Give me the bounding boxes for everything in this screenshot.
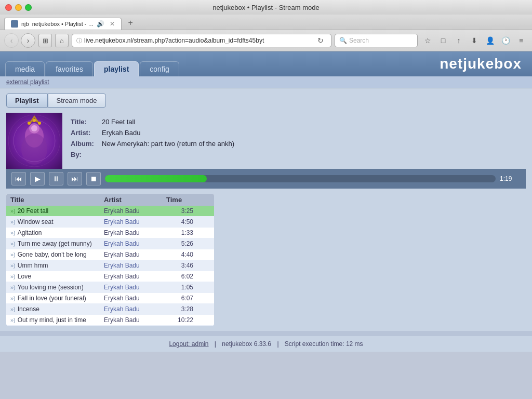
list-item[interactable]: ») Turn me away (get munny) Erykah Badu … [6, 238, 214, 249]
track-sound-icon: ») [10, 273, 16, 280]
list-item[interactable]: ») Agitation Erykah Badu 1:33 [6, 228, 214, 238]
track-time-cell: 10:22 [166, 316, 197, 324]
track-time-cell: 5:26 [166, 240, 197, 247]
playlist-mode-button[interactable]: Playlist [6, 94, 48, 108]
tab-close-icon[interactable]: ✕ [110, 20, 115, 28]
reload-button[interactable]: ↻ [314, 34, 327, 47]
progress-bar[interactable] [105, 175, 496, 182]
svg-point-3 [21, 134, 47, 165]
footer: Logout: admin | netjukebox 6.33.6 | Scri… [0, 336, 532, 352]
album-row: Album: New Amerykah: part two (return of… [71, 140, 517, 148]
logout-link[interactable]: Logout: admin [169, 340, 208, 348]
track-title-cell: ») Turn me away (get munny) [10, 240, 104, 247]
track-title-text: Out my mind, just in time [18, 316, 86, 324]
menu-icon[interactable]: ≡ [514, 34, 528, 47]
track-time-cell: 6:02 [166, 273, 197, 280]
track-artist-cell: Erykah Badu [104, 240, 166, 247]
home-button[interactable]: ⌂ [55, 34, 69, 47]
album-art [6, 113, 62, 169]
title-value: 20 Feet tall [102, 118, 135, 126]
play-button[interactable]: ▶ [30, 172, 45, 185]
app-container: media favorites playlist config netjukeb… [0, 51, 532, 352]
track-title-cell: ») Fall in love (your funeral) [10, 295, 104, 302]
tab-favorites[interactable]: favorites [46, 61, 93, 76]
track-sound-icon: ») [10, 295, 16, 301]
tab-favicon [11, 20, 18, 28]
app-header: media favorites playlist config netjukeb… [0, 51, 532, 76]
main-content: Playlist Stream mode [0, 88, 532, 331]
list-item[interactable]: ») You loving me (session) Erykah Badu 1… [6, 282, 214, 293]
column-time: Time [166, 196, 197, 204]
track-time-cell: 4:50 [166, 218, 197, 225]
bookmark-icon[interactable]: ☆ [421, 34, 434, 47]
track-title-cell: ») Gone baby, don't be long [10, 251, 104, 258]
browser-toolbar: ☆ □ ↑ ⬇ 👤 🕐 ≡ [421, 34, 528, 47]
close-button[interactable] [5, 4, 12, 11]
track-artist-cell: Erykah Badu [104, 295, 166, 302]
track-title-text: 20 Feet tall [18, 207, 48, 215]
download-icon[interactable]: ⬇ [468, 34, 481, 47]
track-time-cell: 3:25 [166, 207, 197, 215]
search-bar[interactable]: 🔍 Search [335, 34, 418, 47]
maximize-button[interactable] [25, 4, 32, 11]
pause-button[interactable]: ⏸ [49, 172, 63, 185]
tabs-area: media favorites playlist config [0, 51, 429, 76]
track-title-cell: ») Incense [10, 305, 104, 313]
title-label: Title: [71, 118, 102, 126]
window-controls [5, 4, 32, 11]
stream-mode-button[interactable]: Stream mode [48, 94, 106, 108]
track-artist-cell: Erykah Badu [104, 305, 166, 313]
minimize-button[interactable] [15, 4, 22, 11]
tab-media[interactable]: media [5, 61, 45, 76]
forward-button[interactable]: › [21, 33, 35, 48]
list-item[interactable]: ») Window seat Erykah Badu 4:50 [6, 217, 214, 228]
tab-playlist[interactable]: playlist [94, 61, 139, 76]
history-button[interactable]: ⊞ [38, 34, 52, 47]
artist-row: Artist: Erykah Badu [71, 129, 517, 137]
list-item[interactable]: ») Gone baby, don't be long Erykah Badu … [6, 249, 214, 260]
window-title: netjukebox • Playlist - Stream mode [212, 4, 319, 11]
history-icon[interactable]: 🕐 [499, 34, 512, 47]
list-item[interactable]: ») Fall in love (your funeral) Erykah Ba… [6, 293, 214, 304]
track-title-cell: ») 20 Feet tall [10, 207, 104, 215]
address-bar[interactable]: ⓘ live.netjukebox.nl/stream.php?action=a… [72, 34, 331, 47]
track-title-text: Incense [18, 305, 39, 313]
share-icon[interactable]: ↑ [452, 34, 466, 47]
reading-list-icon[interactable]: □ [436, 34, 450, 47]
url-text: live.netjukebox.nl/stream.php?action=aud… [84, 37, 312, 44]
stop-button[interactable]: ⏹ [86, 172, 101, 185]
track-title-text: Gone baby, don't be long [18, 251, 87, 258]
execution-text: Script execution time: 12 ms [285, 340, 363, 348]
profile-icon[interactable]: 👤 [483, 34, 497, 47]
track-title-cell: ») Out my mind, just in time [10, 316, 104, 324]
album-label: Album: [71, 140, 102, 148]
info-details: Title: 20 Feet tall Artist: Erykah Badu … [62, 113, 526, 169]
time-display: 1:19 [500, 175, 521, 182]
artist-value: Erykah Badu [102, 129, 140, 137]
list-item[interactable]: ») Incense Erykah Badu 3:28 [6, 304, 214, 315]
track-title-text: You loving me (session) [18, 284, 84, 291]
back-button[interactable]: ‹ [4, 33, 19, 48]
list-item[interactable]: ») Umm hmm Erykah Badu 3:46 [6, 260, 214, 271]
list-item[interactable]: ») Love Erykah Badu 6:02 [6, 271, 214, 282]
browser-tab[interactable]: njb netjukebox • Playlist - … 🔊 ✕ [4, 18, 122, 30]
track-title-cell: ») Umm hmm [10, 262, 104, 269]
list-item[interactable]: ») Out my mind, just in time Erykah Badu… [6, 315, 214, 326]
external-playlist-link[interactable]: external playlist [6, 78, 49, 86]
track-artist-cell: Erykah Badu [104, 284, 166, 291]
progress-fill [105, 175, 207, 182]
mode-buttons: Playlist Stream mode [6, 94, 526, 108]
skip-back-button[interactable]: ⏮ [11, 172, 26, 185]
column-title: Title [10, 196, 104, 204]
info-panel: Title: 20 Feet tall Artist: Erykah Badu … [6, 113, 526, 169]
browser-chrome: ‹ › ⊞ ⌂ ⓘ live.netjukebox.nl/stream.php?… [0, 30, 532, 51]
titlebar: netjukebox • Playlist - Stream mode [0, 0, 532, 15]
skip-forward-button[interactable]: ⏭ [68, 172, 82, 185]
track-sound-icon: ») [10, 284, 16, 290]
new-tab-button[interactable]: + [124, 16, 137, 30]
list-item[interactable]: ») 20 Feet tall Erykah Badu 3:25 [6, 206, 214, 217]
tab-config[interactable]: config [140, 61, 179, 76]
track-sound-icon: ») [10, 230, 16, 236]
track-sound-icon: ») [10, 251, 16, 258]
tab-title-text: netjukebox • Playlist - … [32, 21, 94, 27]
